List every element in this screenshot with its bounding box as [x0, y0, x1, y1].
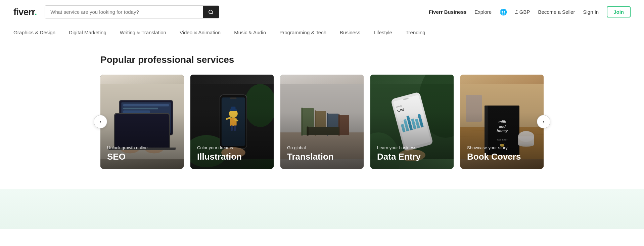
service-card-translation[interactable]: Go global Translation: [280, 75, 364, 169]
sign-in-link[interactable]: Sign In: [583, 9, 599, 15]
card-translation-overlay: Go global Translation: [280, 75, 364, 169]
card-book-covers-overlay: Showcase your story Book Covers: [460, 75, 544, 169]
search-icon: [208, 9, 214, 15]
card-book-covers-tag: Showcase your story: [467, 145, 537, 150]
explore-link[interactable]: Explore: [474, 9, 492, 15]
search-bar: [45, 5, 219, 18]
logo[interactable]: fiverr.: [13, 7, 37, 17]
category-music-audio[interactable]: Music & Audio: [227, 24, 273, 41]
card-seo-overlay: Unlock growth online SEO: [100, 75, 184, 169]
card-data-entry-overlay: Learn your business Data Entry: [370, 75, 454, 169]
card-translation-tag: Go global: [287, 145, 357, 150]
service-card-seo[interactable]: Unlock growth online SEO: [100, 75, 184, 169]
card-seo-title: SEO: [107, 152, 177, 162]
section-title: Popular professional services: [100, 54, 544, 65]
category-nav: Graphics & Design Digital Marketing Writ…: [0, 24, 644, 41]
card-illustration-title: Illustration: [197, 152, 267, 162]
card-data-entry-tag: Learn your business: [377, 145, 447, 150]
card-book-covers-title: Book Covers: [467, 152, 537, 162]
category-programming-tech[interactable]: Programming & Tech: [273, 24, 333, 41]
service-card-book-covers[interactable]: milk and honey rupi kaur: [460, 75, 544, 169]
main-content: Popular professional services ‹: [87, 41, 557, 189]
logo-dot: .: [35, 7, 37, 17]
category-digital-marketing[interactable]: Digital Marketing: [62, 24, 113, 41]
search-button[interactable]: [203, 6, 219, 18]
category-business[interactable]: Business: [333, 24, 367, 41]
currency-selector[interactable]: £ GBP: [515, 9, 530, 15]
join-button[interactable]: Join: [607, 6, 631, 17]
card-data-entry-title: Data Entry: [377, 152, 447, 162]
svg-line-1: [212, 13, 213, 14]
header-nav: Fiverr Business Explore 🌐 £ GBP Become a…: [429, 6, 631, 17]
carousel-prev-button[interactable]: ‹: [94, 115, 107, 128]
category-lifestyle[interactable]: Lifestyle: [367, 24, 399, 41]
card-translation-title: Translation: [287, 152, 357, 162]
card-seo-tag: Unlock growth online: [107, 145, 177, 150]
service-card-illustration[interactable]: Color your dreams Illustration: [190, 75, 274, 169]
card-illustration-tag: Color your dreams: [197, 145, 267, 150]
category-graphics-design[interactable]: Graphics & Design: [13, 24, 62, 41]
category-writing-translation[interactable]: Writing & Translation: [113, 24, 173, 41]
category-trending[interactable]: Trending: [399, 24, 432, 41]
category-video-animation[interactable]: Video & Animation: [173, 24, 227, 41]
svg-point-0: [209, 10, 213, 14]
search-input[interactable]: [45, 6, 203, 18]
service-card-data-entry[interactable]: activity 1,459: [370, 75, 454, 169]
globe-icon[interactable]: 🌐: [500, 8, 507, 16]
carousel-next-button[interactable]: ›: [537, 115, 550, 128]
cards-container: Unlock growth online SEO: [100, 75, 544, 169]
fiverr-business-link[interactable]: Fiverr Business: [429, 9, 467, 15]
bottom-section: [0, 189, 644, 229]
become-seller-link[interactable]: Become a Seller: [538, 9, 575, 15]
carousel-wrapper: ‹: [100, 75, 544, 169]
card-illustration-overlay: Color your dreams Illustration: [190, 75, 274, 169]
header: fiverr. Fiverr Business Explore 🌐 £ GBP …: [0, 0, 644, 24]
